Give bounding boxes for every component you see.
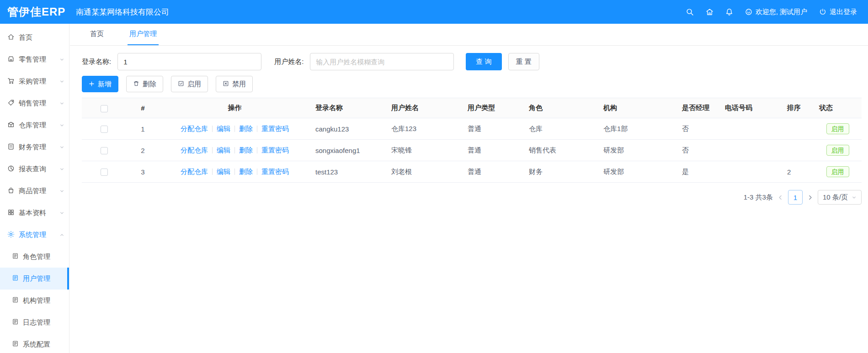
sidebar-item-retail[interactable]: 零售管理: [0, 48, 69, 70]
trash-icon: [133, 80, 139, 88]
assign-warehouse-link[interactable]: 分配仓库: [181, 168, 208, 176]
divider: [234, 147, 235, 153]
cell-manager: 否: [676, 140, 719, 161]
reset-password-link[interactable]: 重置密码: [261, 168, 289, 176]
search-button[interactable]: 查 询: [466, 53, 501, 70]
col-sort: 排序: [782, 98, 814, 118]
assign-warehouse-link[interactable]: 分配仓库: [181, 146, 208, 155]
row-actions: 分配仓库 编辑 删除 重置密码: [165, 146, 304, 155]
row-checkbox[interactable]: [101, 147, 108, 154]
chevron-down-icon: [852, 195, 857, 200]
disable-button[interactable]: 禁用: [216, 76, 253, 92]
edit-link[interactable]: 编辑: [217, 125, 230, 133]
sidebar-item-reports[interactable]: 报表查询: [0, 158, 69, 180]
welcome-text: 欢迎您, 测试用户: [756, 8, 807, 16]
sidebar-item-system-config[interactable]: 系统配置: [0, 333, 69, 353]
sidebar-label: 商品管理: [19, 187, 46, 195]
page-size-label: 10 条/页: [823, 193, 848, 202]
add-button[interactable]: 新增: [82, 76, 118, 92]
reset-password-link[interactable]: 重置密码: [261, 146, 289, 155]
check-square-icon: [178, 80, 184, 88]
filter-row: 登录名称: 用户姓名: 查 询 重 置: [82, 53, 856, 70]
cell-sort: [782, 118, 814, 140]
status-badge[interactable]: 启用: [826, 166, 849, 178]
user-name-input[interactable]: [310, 53, 454, 70]
delete-link[interactable]: 删除: [239, 146, 253, 155]
table-row: 3 分配仓库 编辑 删除 重置密码 test123 刘老根: [82, 161, 862, 183]
select-all-checkbox[interactable]: [101, 105, 108, 112]
divider: [212, 169, 213, 175]
home-building-icon[interactable]: [706, 8, 714, 16]
cell-usertype: 普通: [462, 161, 523, 183]
chevron-down-icon: [59, 123, 64, 128]
next-page-icon[interactable]: [807, 195, 813, 200]
chevron-down-icon: [59, 101, 64, 106]
tab-bar: 首页 用户管理: [70, 24, 868, 46]
edit-link[interactable]: 编辑: [217, 146, 230, 155]
sidebar-item-system[interactable]: 系统管理: [0, 224, 69, 246]
prev-page-icon[interactable]: [777, 195, 783, 200]
assign-warehouse-link[interactable]: 分配仓库: [181, 125, 208, 133]
sidebar-item-goods[interactable]: 商品管理: [0, 180, 69, 202]
cell-role: 销售代表: [523, 140, 598, 161]
cell-username: 刘老根: [386, 161, 462, 183]
page-number[interactable]: 1: [788, 190, 803, 205]
row-checkbox[interactable]: [101, 169, 108, 176]
page-size-select[interactable]: 10 条/页: [818, 190, 862, 205]
plus-icon: [89, 80, 95, 88]
tab-home[interactable]: 首页: [88, 24, 106, 45]
reset-button[interactable]: 重 置: [508, 53, 539, 70]
sidebar-item-user-mgmt[interactable]: 用户管理: [0, 268, 69, 290]
sidebar-item-home[interactable]: 首页: [0, 26, 69, 48]
top-header: 管伊佳ERP 南通某某网络科技有限公司 欢迎您, 测试用户: [0, 0, 868, 24]
sidebar-item-finance[interactable]: 财务管理: [0, 136, 69, 158]
home-icon: [7, 33, 15, 42]
sidebar-item-sales[interactable]: 销售管理: [0, 92, 69, 114]
sidebar-item-org-mgmt[interactable]: 机构管理: [0, 290, 69, 311]
login-name-input[interactable]: [117, 53, 261, 70]
reset-password-link[interactable]: 重置密码: [261, 125, 289, 133]
row-checkbox[interactable]: [101, 126, 108, 133]
col-status: 状态: [814, 98, 862, 118]
user-name-label: 用户姓名:: [274, 58, 304, 66]
tag-icon: [7, 99, 15, 108]
bell-icon[interactable]: [725, 8, 733, 16]
box-icon: [7, 121, 15, 130]
cell-role: 财务: [523, 161, 598, 183]
status-badge[interactable]: 启用: [826, 145, 849, 156]
col-role: 角色: [523, 98, 598, 118]
delete-button[interactable]: 删除: [126, 76, 163, 92]
sidebar-item-log-mgmt[interactable]: 日志管理: [0, 311, 69, 333]
enable-label: 启用: [187, 80, 201, 89]
cell-username: 宋晓锋: [386, 140, 462, 161]
status-badge[interactable]: 启用: [826, 123, 849, 135]
col-username: 用户姓名: [386, 98, 462, 118]
welcome-user[interactable]: 欢迎您, 测试用户: [745, 8, 807, 16]
logout-button[interactable]: 退出登录: [819, 8, 857, 16]
col-login: 登录名称: [310, 98, 386, 118]
delete-link[interactable]: 删除: [239, 168, 253, 176]
tab-user-mgmt[interactable]: 用户管理: [128, 24, 159, 45]
cell-manager: 是: [676, 161, 719, 183]
row-actions: 分配仓库 编辑 删除 重置密码: [165, 168, 304, 176]
table-row: 1 分配仓库 编辑 删除 重置密码 cangku123 仓库123: [82, 118, 862, 140]
document-icon: [12, 340, 19, 348]
sidebar-item-warehouse[interactable]: 仓库管理: [0, 114, 69, 136]
cell-role: 仓库: [523, 118, 598, 140]
search-icon[interactable]: [686, 8, 694, 16]
cell-phone: [719, 118, 782, 140]
x-square-icon: [223, 80, 229, 88]
sidebar-item-role-mgmt[interactable]: 角色管理: [0, 246, 69, 268]
col-manager: 是否经理: [676, 98, 719, 118]
sidebar-label: 系统配置: [23, 340, 50, 349]
main-area: 首页 用户管理 登录名称: 用户姓名: 查 询 重 置 新增: [70, 24, 868, 205]
edit-link[interactable]: 编辑: [217, 168, 230, 176]
delete-link[interactable]: 删除: [239, 125, 253, 133]
cell-login: songxiaofeng1: [310, 140, 386, 161]
document-icon: [12, 274, 19, 283]
sidebar-item-purchase[interactable]: 采购管理: [0, 70, 69, 92]
grid-icon: [7, 209, 15, 217]
sidebar-item-basic-data[interactable]: 基本资料: [0, 202, 69, 224]
cell-org: 仓库1部: [598, 118, 676, 140]
enable-button[interactable]: 启用: [171, 76, 208, 92]
